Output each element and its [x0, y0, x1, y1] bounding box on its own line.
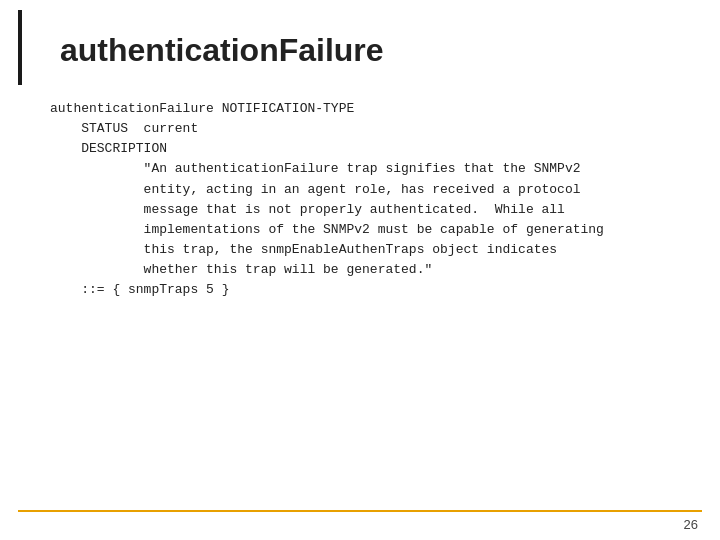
- bottom-border-decoration: [18, 510, 702, 512]
- left-border-decoration: [18, 10, 22, 85]
- code-block: authenticationFailure NOTIFICATION-TYPE …: [50, 99, 690, 300]
- slide-title: authenticationFailure: [60, 32, 690, 69]
- slide-container: authenticationFailure authenticationFail…: [0, 0, 720, 540]
- page-number: 26: [684, 517, 698, 532]
- code-line-1: authenticationFailure NOTIFICATION-TYPE …: [50, 101, 604, 297]
